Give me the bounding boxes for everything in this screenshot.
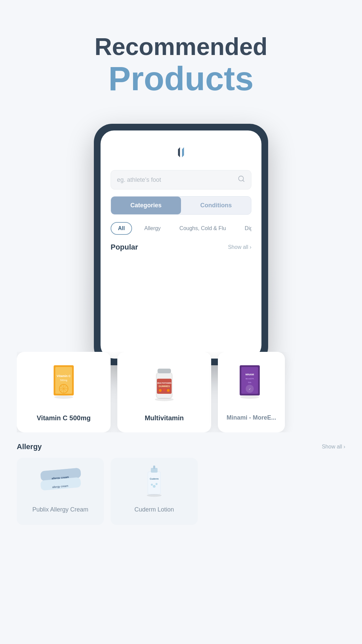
header-line2: Products [0, 60, 362, 97]
filter-digestion[interactable]: Digestion [238, 223, 251, 234]
chevron-icon: › [250, 244, 251, 250]
svg-point-40 [153, 485, 156, 488]
product-card-minami[interactable]: MINAMI MoreEPA Kids ✓ Minami - MoreE... [218, 352, 285, 432]
svg-rect-37 [148, 472, 160, 494]
phone-frame: eg. athlete's foot Categories Conditions [94, 124, 268, 365]
svg-point-18 [159, 389, 162, 392]
tab-categories[interactable]: Categories [111, 197, 181, 214]
cuderm-image: Cuderm [134, 465, 174, 501]
vitamin-c-name: Vitamin C 500mg [37, 414, 91, 422]
allergy-cream-image: allergy cream allergy cream [30, 465, 90, 501]
popular-cards-row: Vitamin C 500mg Vitamin C 500mg [17, 352, 345, 432]
multivitamin-image: MULTIVITAMIN GUMMIES [144, 362, 184, 409]
svg-text:MINAMI: MINAMI [245, 373, 254, 376]
popular-title: Popular [111, 243, 138, 252]
svg-line-1 [243, 180, 244, 181]
minami-name: Minami - MoreE... [227, 414, 276, 421]
popular-cards-section: Vitamin C 500mg Vitamin C 500mg [0, 352, 362, 432]
svg-text:MoreEPA: MoreEPA [245, 378, 254, 380]
svg-point-22 [155, 398, 174, 401]
product-card-vitamin-c[interactable]: Vitamin C 500mg Vitamin C 500mg [17, 352, 111, 432]
svg-point-30 [240, 395, 259, 399]
popular-show-all[interactable]: Show all › [228, 244, 251, 250]
phone-wrapper: eg. athlete's foot Categories Conditions [94, 124, 268, 365]
allergy-chevron-icon: › [344, 444, 345, 450]
filter-all[interactable]: All [111, 222, 132, 235]
product-card-cuderm[interactable]: Cuderm Cuderm Lotion [111, 458, 198, 525]
multivitamin-name: Multivitamin [145, 414, 184, 422]
svg-text:Vitamin C: Vitamin C [57, 374, 71, 378]
svg-point-44 [147, 494, 162, 497]
header-section: Recommended Products [0, 0, 362, 117]
svg-text:Cuderm: Cuderm [150, 478, 159, 480]
svg-rect-43 [153, 466, 155, 469]
svg-text:500mg: 500mg [60, 379, 67, 382]
svg-point-20 [167, 389, 170, 392]
cuderm-name: Cuderm Lotion [134, 506, 174, 513]
minami-image: MINAMI MoreEPA Kids ✓ [231, 362, 272, 409]
svg-point-39 [151, 484, 153, 486]
filter-coughs[interactable]: Coughs, Cold & Flu [173, 223, 233, 234]
header-line1: Recommended [0, 34, 362, 60]
allergy-cards-row: allergy cream allergy cream Publix Aller… [17, 458, 345, 525]
filter-row: All Allergy Coughs, Cold & Flu Digestion… [111, 222, 251, 235]
popular-section-header: Popular Show all › [111, 243, 251, 252]
allergy-section: Allergy Show all › allergy cream al [0, 432, 362, 525]
svg-text:GUMMIES: GUMMIES [159, 385, 170, 387]
allergy-cream-name: Publix Allergy Cream [32, 506, 88, 513]
app-logo-area [111, 144, 251, 161]
svg-text:MULTIVITAMIN: MULTIVITAMIN [157, 382, 171, 384]
allergy-show-all[interactable]: Show all › [322, 444, 345, 450]
phone-screen: eg. athlete's foot Categories Conditions [101, 130, 261, 359]
search-placeholder: eg. athlete's foot [117, 176, 234, 183]
tab-row: Categories Conditions [111, 196, 251, 215]
svg-point-19 [163, 388, 166, 391]
tab-conditions[interactable]: Conditions [181, 197, 251, 214]
search-bar[interactable]: eg. athlete's foot [111, 170, 251, 190]
svg-rect-21 [158, 369, 171, 373]
svg-text:Kids: Kids [248, 381, 251, 383]
svg-point-41 [156, 483, 158, 485]
app-logo-icon [173, 144, 189, 161]
allergy-section-header: Allergy Show all › [17, 442, 345, 451]
product-card-multivitamin[interactable]: MULTIVITAMIN GUMMIES Multivitamin [117, 352, 211, 432]
vitamin-c-image: Vitamin C 500mg [44, 362, 84, 409]
filter-allergy[interactable]: Allergy [137, 223, 167, 234]
search-icon [238, 175, 245, 184]
product-card-allergy-cream[interactable]: allergy cream allergy cream Publix Aller… [17, 458, 104, 525]
svg-text:✓: ✓ [249, 388, 251, 391]
svg-point-12 [54, 395, 73, 399]
phone-mockup-area: eg. athlete's foot Categories Conditions [0, 117, 362, 365]
allergy-title: Allergy [17, 442, 42, 451]
